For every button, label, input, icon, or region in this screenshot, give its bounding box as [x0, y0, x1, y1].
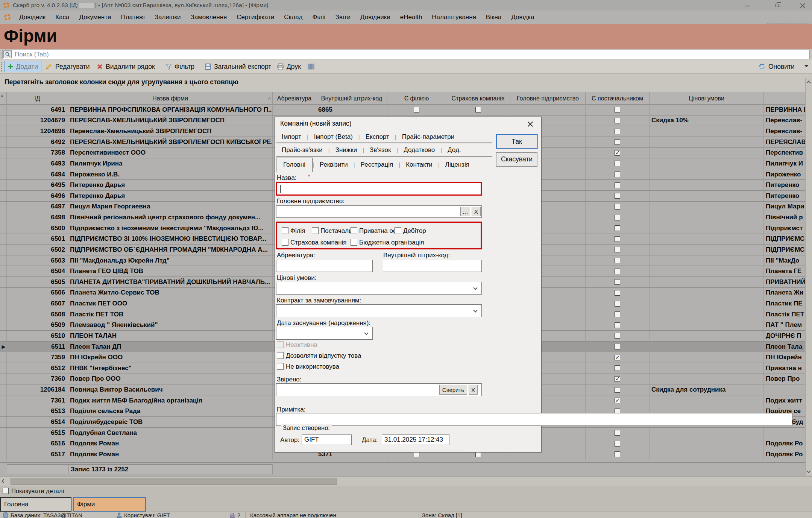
scroll-up-icon[interactable] — [806, 81, 810, 85]
menu-item-9[interactable]: Звіти — [331, 11, 355, 24]
is-supplier-checkbox[interactable] — [615, 172, 620, 177]
date-input[interactable]: 31.01.2025 17:12:43 — [382, 434, 449, 445]
menu-item-5[interactable]: Замовлення — [185, 11, 232, 24]
name-input[interactable] — [276, 182, 482, 196]
tab-holovna[interactable]: Головна — [0, 497, 71, 512]
horizontal-scrollbar-thumb[interactable] — [11, 478, 337, 485]
menu-item-0[interactable]: Довідник — [14, 11, 50, 24]
dialog-tab-2-3[interactable]: Додатково — [398, 144, 440, 156]
search-icon[interactable] — [3, 50, 12, 58]
is-supplier-checkbox[interactable] — [615, 182, 620, 188]
menu-item-13[interactable]: Вікна — [481, 11, 506, 24]
is-supplier-checkbox[interactable] — [615, 236, 620, 242]
parent-company-input[interactable]: … X — [276, 205, 482, 218]
is-branch-checkbox[interactable] — [414, 107, 419, 112]
barcode-input[interactable] — [383, 260, 482, 272]
is-supplier-checkbox[interactable] — [615, 107, 620, 112]
branch-checkbox[interactable] — [282, 227, 288, 234]
verified-input[interactable]: Сверить X — [276, 383, 482, 396]
dialog-tab-2-2[interactable]: Зв'язок — [364, 144, 396, 156]
menu-item-6[interactable]: Сертифікати — [232, 11, 279, 24]
menu-item-3[interactable]: Платежі — [116, 11, 149, 24]
column-header-назва-фірми[interactable]: Назва фірми△ — [68, 92, 273, 105]
menu-item-1[interactable]: Каса — [50, 11, 74, 24]
menu-item-7[interactable]: Склад — [279, 11, 307, 24]
menu-item-2[interactable]: Документи — [74, 11, 116, 24]
dialog-close-icon[interactable] — [526, 120, 534, 128]
column-header-є-філією[interactable]: Є філією — [387, 92, 446, 105]
dialog-tab-2-4[interactable]: Дод. — [442, 144, 466, 156]
is-supplier-checkbox[interactable] — [615, 225, 620, 231]
dialog-tab-3-3[interactable]: Контакти — [400, 157, 438, 172]
menu-item-11[interactable]: eHealth — [395, 11, 427, 24]
parent-clear-button[interactable]: X — [472, 207, 481, 216]
scroll-down-icon[interactable] — [806, 469, 810, 473]
search-input[interactable] — [14, 50, 804, 58]
parent-browse-button[interactable]: … — [460, 207, 470, 216]
insurance-checkbox[interactable] — [282, 239, 288, 246]
abbr-input[interactable] — [276, 260, 373, 272]
is-supplier-checkbox[interactable] — [615, 118, 620, 123]
is-supplier-checkbox[interactable] — [615, 333, 620, 339]
table-row[interactable]: 6491ПЕРВИННА ПРОФСПІЛКОВА ОРГАНІЗАЦІЯ КО… — [0, 105, 805, 115]
is-supplier-checkbox[interactable] — [615, 279, 620, 285]
is-supplier-checkbox[interactable] — [615, 355, 620, 360]
column-header-цінові-умови[interactable]: Цінові умови — [650, 92, 764, 105]
is-supplier-checkbox[interactable] — [615, 193, 620, 199]
supplier-checkbox[interactable] — [312, 227, 319, 234]
dialog-tab-1-2[interactable]: Експорт — [360, 131, 395, 143]
show-details-checkbox[interactable] — [3, 488, 9, 494]
menu-item-4[interactable]: Залишки — [150, 11, 186, 24]
column-header-є-постачальником[interactable]: Є постачальником — [586, 92, 650, 105]
is-supplier-checkbox[interactable] — [615, 430, 620, 436]
private-person-checkbox[interactable] — [351, 227, 357, 234]
is-supplier-checkbox[interactable] — [615, 322, 620, 328]
is-supplier-checkbox[interactable] — [615, 247, 620, 252]
column-header-внутрішній-штрих-код[interactable]: Внутрішній штрих-код — [316, 92, 387, 105]
ok-button[interactable]: Так — [496, 134, 537, 149]
refresh-dropdown-icon[interactable] — [804, 65, 809, 67]
column-header-indicator[interactable]: ≡ — [0, 92, 7, 105]
is-supplier-checkbox[interactable] — [615, 398, 620, 403]
is-supplier-checkbox[interactable] — [615, 441, 620, 447]
print-button[interactable]: Друк — [274, 61, 304, 72]
is-supplier-checkbox[interactable] — [615, 161, 620, 166]
is-supplier-checkbox[interactable] — [615, 387, 620, 393]
is-supplier-checkbox[interactable] — [615, 269, 620, 274]
is-supplier-checkbox[interactable] — [615, 376, 620, 382]
column-header-страхова-компанія[interactable]: Страхова компанія — [446, 92, 510, 105]
menu-item-10[interactable]: Довідники — [355, 11, 395, 24]
verify-clear-button[interactable]: X — [469, 385, 478, 395]
debtor-checkbox[interactable] — [395, 227, 401, 234]
close-button[interactable] — [797, 2, 808, 8]
group-by-bar[interactable]: Перетягніть заголовок колонки сюди для у… — [0, 74, 812, 92]
dialog-tab-2-1[interactable]: Знижки — [330, 144, 363, 156]
is-insurance-checkbox[interactable] — [475, 107, 481, 112]
filter-button[interactable]: Фільтр — [162, 61, 197, 72]
is-supplier-checkbox[interactable] — [615, 204, 620, 210]
horizontal-scrollbar[interactable] — [0, 476, 812, 486]
allow-dispense-checkbox[interactable] — [277, 352, 284, 359]
toolbar-grip[interactable] — [1, 62, 2, 71]
note-input[interactable] — [276, 413, 792, 426]
vertical-scrollbar[interactable] — [805, 78, 812, 475]
verify-button[interactable]: Сверить — [439, 385, 467, 395]
menu-item-14[interactable]: Довідка — [506, 11, 539, 24]
columns-icon[interactable] — [308, 64, 314, 70]
is-supplier-checkbox[interactable] — [615, 365, 620, 371]
dialog-tab-2-0[interactable]: Прайс-зв'язки — [276, 144, 328, 156]
dialog-tab-3-4[interactable]: Ліцензія — [440, 157, 475, 172]
column-header-ід[interactable]: ІД — [7, 92, 68, 105]
is-supplier-checkbox[interactable] — [615, 139, 620, 145]
is-supplier-checkbox[interactable] — [615, 150, 620, 156]
dialog-tab-1-1[interactable]: Імпорт (Beta) — [308, 131, 358, 143]
is-supplier-checkbox[interactable] — [615, 129, 620, 134]
add-button[interactable]: +Додати — [4, 61, 41, 72]
edit-button[interactable]: Редагувати — [42, 61, 93, 72]
is-supplier-checkbox[interactable] — [615, 215, 620, 220]
scroll-left-icon[interactable] — [0, 477, 8, 486]
is-supplier-checkbox[interactable] — [615, 451, 620, 457]
column-header-головне-підприємство[interactable]: Головне підприємство — [510, 92, 586, 105]
dialog-tab-1-3[interactable]: Прайс-параметри — [396, 131, 460, 143]
delete-row-button[interactable]: Видалити рядок — [93, 61, 158, 72]
